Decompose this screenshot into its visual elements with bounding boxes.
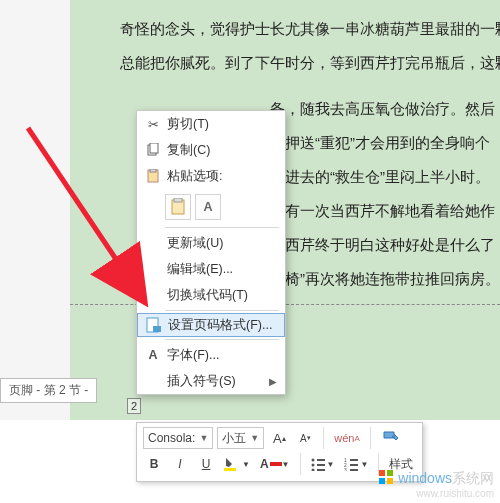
font-size-dropdown[interactable]: 小五 ▼ (217, 427, 264, 449)
phonetic-guide-button[interactable]: wénA (331, 427, 363, 449)
ctx-label: 编辑域(E)... (167, 261, 277, 278)
svg-rect-10 (270, 462, 282, 466)
font-name-value: Consola: (148, 431, 195, 445)
blank-icon (143, 286, 163, 304)
svg-rect-5 (174, 198, 182, 202)
blank-icon (143, 234, 163, 252)
svg-rect-24 (387, 470, 393, 476)
wm-brand: windows (398, 470, 452, 486)
divider (165, 339, 279, 340)
divider (300, 453, 301, 475)
ctx-edit-field[interactable]: 编辑域(E)... (137, 256, 285, 282)
svg-rect-18 (350, 459, 358, 461)
ctx-page-number-format[interactable]: 设置页码格式(F)... (137, 313, 285, 337)
ctx-font[interactable]: A 字体(F)... (137, 342, 285, 368)
svg-text:3: 3 (344, 467, 347, 471)
format-painter-button[interactable] (378, 427, 402, 449)
ctx-label: 剪切(T) (167, 116, 277, 133)
ctx-update-field[interactable]: 更新域(U) (137, 230, 285, 256)
copy-icon (143, 141, 163, 159)
highlight-button[interactable]: ▼ (221, 453, 253, 475)
bullets-button[interactable]: ▼ (308, 453, 338, 475)
chevron-down-icon: ▼ (199, 433, 208, 443)
page-format-icon (144, 316, 164, 334)
font-icon: A (143, 346, 163, 364)
svg-rect-7 (153, 326, 161, 332)
numbering-button[interactable]: 123 ▼ (341, 453, 371, 475)
ctx-copy[interactable]: 复制(C) (137, 137, 285, 163)
svg-point-11 (311, 459, 314, 462)
blank-icon (143, 260, 163, 278)
ctx-toggle-field-codes[interactable]: 切换域代码(T) (137, 282, 285, 308)
divider (165, 310, 279, 311)
svg-rect-1 (150, 143, 158, 153)
svg-rect-14 (317, 464, 325, 466)
chevron-right-icon: ▶ (269, 376, 277, 387)
paste-text-only-button[interactable]: A (195, 194, 221, 220)
ctx-label: 插入符号(S) (167, 373, 269, 390)
ctx-paste-header: 粘贴选项: (137, 163, 285, 189)
footer-section-label: 页脚 - 第 2 节 - (0, 378, 97, 403)
bold-button[interactable]: B (143, 453, 165, 475)
divider (323, 427, 324, 449)
ctx-label: 切换域代码(T) (167, 287, 277, 304)
scissors-icon: ✂ (143, 115, 163, 133)
svg-rect-3 (150, 169, 156, 172)
ctx-cut[interactable]: ✂ 剪切(T) (137, 111, 285, 137)
shrink-font-button[interactable]: A▾ (294, 427, 316, 449)
svg-rect-9 (224, 468, 236, 471)
svg-rect-16 (317, 469, 325, 471)
ctx-label: 更新域(U) (167, 235, 277, 252)
ctx-paste-options: A (137, 189, 285, 225)
ctx-label: 设置页码格式(F)... (168, 317, 276, 334)
doc-line: 总能把你腻死。到了下午时分，等到西芹打完吊瓶后，这颗糖 (70, 46, 500, 80)
paste-keep-source-button[interactable] (165, 194, 191, 220)
svg-rect-23 (379, 470, 385, 476)
font-size-value: 小五 (222, 430, 246, 447)
context-menu: ✂ 剪切(T) 复制(C) 粘贴选项: A 更新域(U) 编辑域(E)... 切… (136, 110, 286, 395)
page-number-field[interactable]: 2 (127, 398, 141, 414)
chevron-down-icon: ▼ (250, 433, 259, 443)
svg-rect-20 (350, 464, 358, 466)
italic-button[interactable]: I (169, 453, 191, 475)
divider (370, 427, 371, 449)
svg-rect-12 (317, 459, 325, 461)
underline-button[interactable]: U (195, 453, 217, 475)
ctx-label: 字体(F)... (167, 347, 277, 364)
gutter (0, 0, 70, 420)
font-color-button[interactable]: A ▼ (257, 453, 293, 475)
clipboard-icon (143, 167, 163, 185)
svg-point-13 (311, 464, 314, 467)
svg-rect-26 (387, 478, 393, 484)
doc-line: 奇怪的念头，觉得护士长尤其像一串冰糖葫芦里最甜的一颗 (70, 12, 500, 46)
svg-rect-25 (379, 478, 385, 484)
watermark: windows系统网 www.ruishitu.com (378, 469, 494, 499)
divider (165, 227, 279, 228)
svg-point-15 (311, 469, 314, 472)
ctx-label: 复制(C) (167, 142, 277, 159)
svg-rect-22 (350, 469, 358, 471)
wm-url: www.ruishitu.com (378, 488, 494, 499)
blank-icon (143, 372, 163, 390)
doc-line (70, 80, 500, 92)
wm-tail: 系统网 (452, 470, 494, 486)
font-name-dropdown[interactable]: Consola: ▼ (143, 427, 213, 449)
ctx-label: 粘贴选项: (167, 168, 277, 185)
ctx-insert-symbol[interactable]: 插入符号(S) ▶ (137, 368, 285, 394)
grow-font-button[interactable]: A▴ (268, 427, 290, 449)
